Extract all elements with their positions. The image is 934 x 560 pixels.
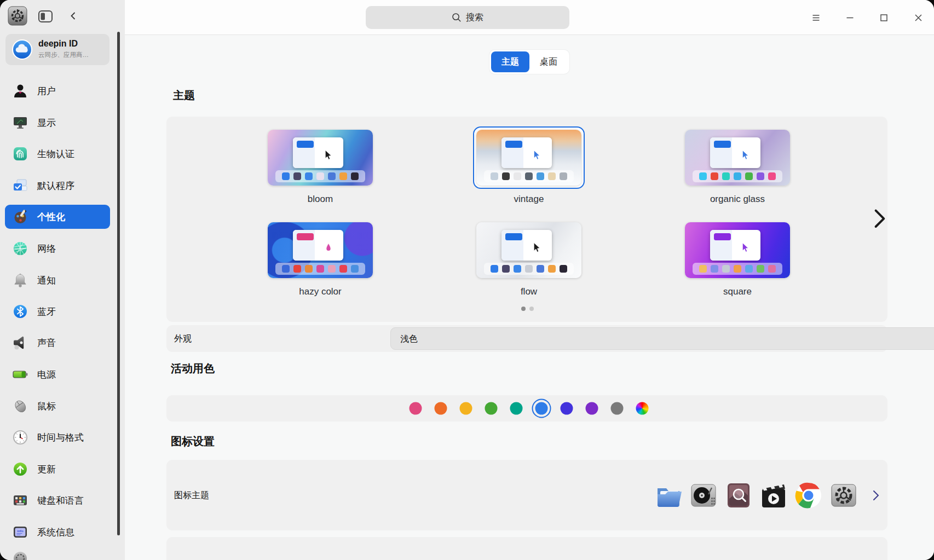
sidebar-item-display[interactable]: 显示 bbox=[5, 111, 110, 135]
sidebar-item-notification[interactable]: 通知 bbox=[5, 268, 110, 292]
sidebar-item-network[interactable]: 网络 bbox=[5, 236, 110, 261]
accent-color-gray[interactable] bbox=[611, 402, 624, 415]
theme-preview-window bbox=[293, 230, 343, 261]
cursor-icon bbox=[533, 149, 541, 160]
deepin-id-avatar-icon bbox=[12, 39, 32, 60]
theme-preview-window bbox=[501, 230, 552, 261]
close-button[interactable] bbox=[908, 7, 929, 28]
accent-color-panel bbox=[166, 395, 887, 422]
cursor-icon bbox=[742, 242, 749, 253]
settings-gear-icon bbox=[828, 480, 859, 511]
sidebar-scrollbar[interactable] bbox=[117, 32, 120, 535]
power-battery-icon bbox=[12, 366, 28, 383]
theme-card-square[interactable]: square bbox=[679, 219, 795, 297]
view-tabbar: 主题 桌面 bbox=[489, 50, 569, 74]
carousel-next-icon[interactable] bbox=[874, 209, 886, 225]
update-arrow-icon bbox=[12, 461, 28, 477]
page-dot[interactable] bbox=[529, 307, 534, 311]
next-settings-row-partial[interactable] bbox=[166, 537, 887, 560]
sidebar-toggle-icon[interactable] bbox=[38, 10, 53, 22]
sidebar-item-time[interactable]: 时间与格式 bbox=[5, 425, 110, 449]
control-center-window: deepin ID 云同步、应用商… 用户 显示 生物认证 默认程序 个性化 网… bbox=[0, 0, 934, 560]
theme-preview-dock bbox=[484, 263, 574, 275]
search-input[interactable]: 搜索 bbox=[366, 6, 569, 29]
theme-carousel-panel: bloom vintage bbox=[166, 117, 887, 322]
page-dot-active[interactable] bbox=[521, 307, 526, 311]
bluetooth-icon bbox=[12, 303, 28, 320]
accent-color-orange[interactable] bbox=[435, 402, 447, 415]
titlebar: 搜索 bbox=[125, 0, 934, 35]
sidebar-item-personalization[interactable]: 个性化 bbox=[5, 205, 110, 229]
theme-preview-window bbox=[293, 137, 343, 168]
menu-button[interactable] bbox=[805, 7, 826, 28]
theme-card-organic-glass[interactable]: organic glass bbox=[679, 126, 795, 205]
clock-icon bbox=[12, 429, 28, 446]
users-icon bbox=[12, 83, 28, 99]
icon-theme-label: 图标主题 bbox=[174, 489, 209, 501]
carousel-pagination bbox=[521, 307, 534, 311]
search-icon bbox=[452, 13, 462, 22]
theme-name: hazy color bbox=[262, 286, 378, 297]
theme-preview-window bbox=[710, 230, 760, 261]
accent-section-heading: 活动用色 bbox=[171, 361, 215, 376]
back-chevron-icon[interactable] bbox=[69, 11, 78, 20]
theme-preview-window bbox=[710, 137, 760, 168]
search-placeholder: 搜索 bbox=[466, 12, 483, 24]
accent-color-indigo[interactable] bbox=[561, 402, 573, 415]
theme-preview-dock bbox=[484, 170, 574, 182]
theme-name: flow bbox=[471, 286, 587, 297]
svg-text:info: info bbox=[17, 529, 24, 533]
tab-desktop[interactable]: 桌面 bbox=[531, 51, 567, 72]
theme-preview-dock bbox=[275, 263, 365, 275]
sidebar-item-update[interactable]: 更新 bbox=[5, 457, 110, 481]
deepin-id-card[interactable]: deepin ID 云同步、应用商… bbox=[5, 34, 109, 65]
cursor-icon bbox=[742, 149, 749, 160]
theme-name: square bbox=[679, 286, 795, 297]
deepin-id-title: deepin ID bbox=[38, 39, 78, 49]
sidebar-item-keyboard[interactable]: 键盘和语言 bbox=[5, 488, 110, 512]
maximize-button[interactable] bbox=[873, 7, 894, 28]
theme-name: vintage bbox=[471, 194, 587, 205]
tab-theme[interactable]: 主题 bbox=[491, 51, 529, 72]
accent-color-teal[interactable] bbox=[510, 402, 523, 415]
accent-color-blue-selected[interactable] bbox=[532, 399, 551, 418]
sidebar-item-bluetooth[interactable]: 蓝牙 bbox=[5, 299, 110, 324]
accent-color-amber[interactable] bbox=[460, 402, 472, 415]
mouse-icon bbox=[12, 398, 28, 414]
theme-preview-dock bbox=[693, 263, 782, 275]
appearance-dropdown[interactable]: 浅色 bbox=[390, 327, 934, 350]
theme-card-bloom[interactable]: bloom bbox=[262, 126, 378, 205]
icon-theme-preview bbox=[653, 480, 859, 511]
deepin-id-subtitle: 云同步、应用商… bbox=[38, 51, 89, 59]
theme-card-hazy-color[interactable]: hazy color bbox=[262, 219, 378, 297]
sidebar-item-users[interactable]: 用户 bbox=[5, 79, 110, 103]
sidebar-item-biometric[interactable]: 生物认证 bbox=[5, 142, 110, 166]
sidebar-item-default-apps[interactable]: 默认程序 bbox=[5, 174, 110, 198]
accent-color-purple[interactable] bbox=[586, 402, 598, 415]
minimize-button[interactable] bbox=[839, 7, 860, 28]
theme-section-heading: 主题 bbox=[173, 88, 195, 103]
theme-preview-window bbox=[501, 137, 552, 168]
sidebar: deepin ID 云同步、应用商… 用户 显示 生物认证 默认程序 个性化 网… bbox=[0, 0, 125, 560]
sound-speaker-icon bbox=[12, 334, 28, 351]
music-player-icon bbox=[688, 480, 719, 511]
theme-card-vintage[interactable]: vintage bbox=[471, 126, 587, 205]
theme-name: bloom bbox=[262, 194, 378, 205]
theme-card-flow[interactable]: flow bbox=[471, 219, 587, 297]
cursor-icon bbox=[325, 242, 332, 253]
keyboard-icon bbox=[12, 492, 28, 509]
biometric-icon bbox=[12, 146, 28, 162]
accent-color-pink[interactable] bbox=[410, 402, 422, 415]
sidebar-item-partial[interactable] bbox=[5, 546, 110, 560]
icon-section-heading: 图标设置 bbox=[171, 434, 215, 449]
accent-color-colorful[interactable] bbox=[636, 402, 649, 415]
appearance-value: 浅色 bbox=[400, 333, 418, 344]
sidebar-item-sound[interactable]: 声音 bbox=[5, 331, 110, 355]
display-icon bbox=[12, 114, 28, 131]
sidebar-item-system-info[interactable]: info 系统信息 bbox=[5, 520, 110, 544]
sidebar-item-mouse[interactable]: 鼠标 bbox=[5, 394, 110, 418]
network-icon bbox=[12, 240, 28, 257]
accent-color-green[interactable] bbox=[485, 402, 498, 415]
icon-theme-row[interactable]: 图标主题 bbox=[166, 460, 887, 530]
sidebar-item-power[interactable]: 电源 bbox=[5, 362, 110, 386]
